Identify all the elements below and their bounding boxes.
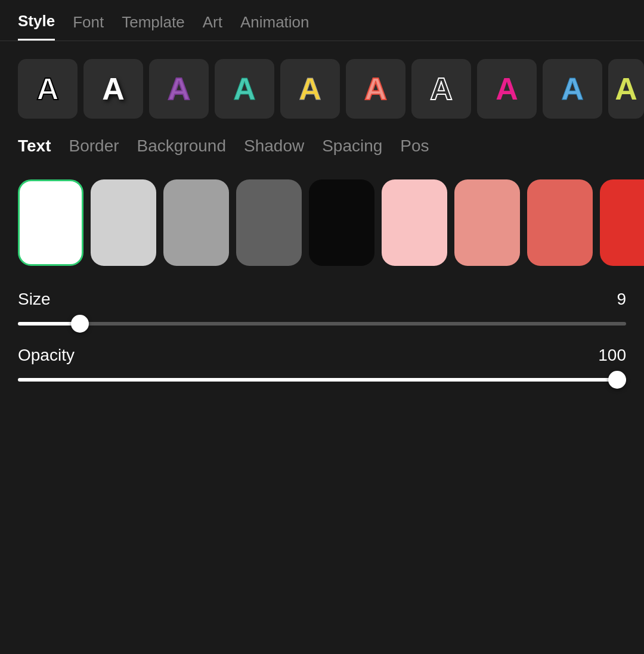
font-letter-5: A [299,73,321,104]
opacity-slider-header: Opacity 100 [18,346,626,365]
font-letter-10: A [615,73,637,104]
sub-nav-spacing[interactable]: Spacing [322,137,382,159]
sub-nav-shadow[interactable]: Shadow [244,137,304,159]
color-swatch-dark-gray[interactable] [236,179,302,266]
font-style-item-8[interactable]: A [477,59,537,119]
font-letter-2: A [102,73,125,104]
font-style-row: A A A A A A A A A A [0,41,644,131]
font-letter-6: A [364,73,387,104]
opacity-label: Opacity [18,346,75,365]
font-style-item-2[interactable]: A [83,59,143,119]
font-letter-8: A [496,73,518,104]
color-swatch-white[interactable] [18,179,83,266]
nav-item-font[interactable]: Font [73,13,104,40]
color-swatch-coral[interactable] [527,179,593,266]
color-swatch-light-pink[interactable] [382,179,447,266]
opacity-value: 100 [598,346,626,365]
top-nav: Style Font Template Art Animation [0,0,644,41]
font-letter-7: A [430,73,453,104]
size-slider[interactable] [18,322,626,326]
size-slider-header: Size 9 [18,290,626,309]
opacity-slider[interactable] [18,378,626,382]
font-letter-3: A [168,73,190,104]
sliders-section: Size 9 Opacity 100 [0,278,644,414]
nav-item-template[interactable]: Template [122,13,185,40]
sub-nav-text[interactable]: Text [18,137,51,159]
font-letter-4: A [233,73,256,104]
nav-item-style[interactable]: Style [18,12,55,41]
font-style-item-9[interactable]: A [543,59,602,119]
color-swatch-salmon[interactable] [454,179,520,266]
font-style-item-7[interactable]: A [411,59,471,119]
color-swatch-red[interactable] [600,179,644,266]
font-style-item-1[interactable]: A [18,59,78,119]
sub-nav: Text Border Background Shadow Spacing Po… [0,131,644,168]
size-slider-row: Size 9 [18,290,626,328]
font-style-item-5[interactable]: A [280,59,340,119]
font-style-item-4[interactable]: A [215,59,274,119]
sub-nav-border[interactable]: Border [69,137,119,159]
nav-item-animation[interactable]: Animation [240,13,309,40]
size-value: 9 [617,290,626,309]
color-swatch-light-gray[interactable] [91,179,156,266]
nav-item-art[interactable]: Art [203,13,222,40]
font-style-item-10[interactable]: A [608,59,644,119]
font-letter-9: A [561,73,584,104]
color-swatches-row [0,168,644,278]
font-style-item-6[interactable]: A [346,59,405,119]
font-letter-1: A [36,73,59,104]
sub-nav-background[interactable]: Background [137,137,226,159]
opacity-slider-row: Opacity 100 [18,346,626,384]
color-swatch-black[interactable] [309,179,374,266]
color-swatch-gray[interactable] [163,179,229,266]
font-style-item-3[interactable]: A [149,59,209,119]
size-label: Size [18,290,50,309]
sub-nav-position[interactable]: Pos [400,137,429,159]
